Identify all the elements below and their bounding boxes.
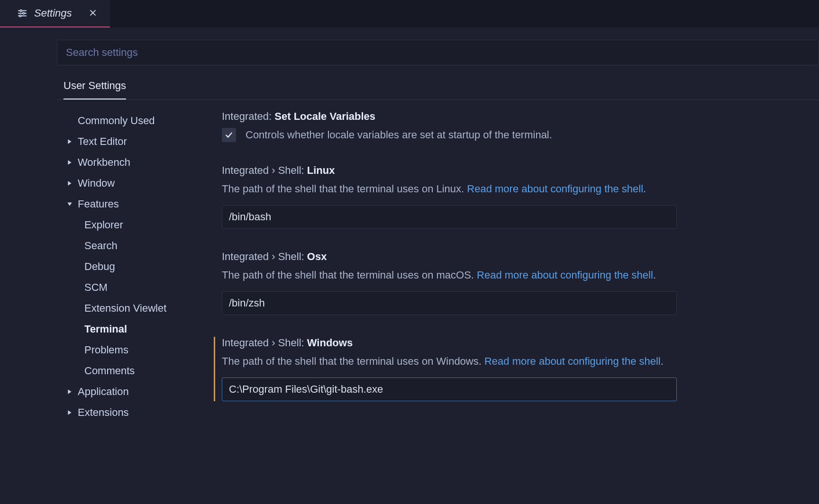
chevron-right-icon — [65, 410, 74, 415]
setting-title-name: Osx — [307, 251, 327, 262]
setting-description: The path of the shell that the terminal … — [222, 181, 815, 197]
tree-item-extensions[interactable]: Extensions — [57, 402, 218, 423]
tree-item-label: SCM — [84, 281, 108, 294]
tree-item-label: Search — [84, 240, 118, 252]
tree-item-label: Extension Viewlet — [84, 302, 166, 315]
svg-point-3 — [20, 10, 22, 12]
setting-set-locale-variables: Integrated: Set Locale Variables Control… — [218, 110, 815, 143]
setting-title-name: Linux — [307, 164, 335, 176]
link-configure-shell[interactable]: Read more about configuring the shell — [484, 355, 661, 367]
setting-title: Integrated: Set Locale Variables — [222, 110, 815, 123]
search-input[interactable] — [57, 40, 819, 65]
svg-point-5 — [19, 15, 21, 17]
chevron-down-icon — [65, 201, 74, 207]
tree-item-terminal[interactable]: Terminal — [57, 319, 218, 340]
setting-shell-linux: Integrated › Shell: Linux The path of th… — [218, 164, 815, 229]
tree-item-label: Text Editor — [78, 135, 127, 148]
tree-item-text-editor[interactable]: Text Editor — [57, 131, 218, 152]
tab-bar: Settings — [0, 0, 819, 27]
tree-item-label: Application — [78, 386, 129, 398]
tree-item-window[interactable]: Window — [57, 173, 218, 194]
setting-title-prefix: Integrated › Shell: — [222, 251, 307, 262]
setting-title-name: Set Locale Variables — [274, 110, 375, 122]
checkbox-set-locale-variables[interactable] — [222, 128, 236, 142]
tree-item-label: Problems — [84, 344, 128, 356]
tab-label: Settings — [34, 7, 72, 19]
setting-description-text: The path of the shell that the terminal … — [222, 183, 467, 195]
setting-title: Integrated › Shell: Windows — [222, 337, 815, 349]
setting-title-name: Windows — [307, 337, 353, 349]
setting-description-text: The path of the shell that the terminal … — [222, 355, 484, 367]
input-shell-windows[interactable] — [222, 378, 677, 401]
tree-item-label: Window — [78, 177, 115, 189]
tab-user-settings[interactable]: User Settings — [64, 80, 126, 99]
tree-item-scm[interactable]: SCM — [57, 277, 218, 298]
setting-title: Integrated › Shell: Osx — [222, 251, 815, 263]
tree-item-workbench[interactable]: Workbench — [57, 152, 218, 173]
tree-item-label: Explorer — [84, 219, 123, 231]
settings-tree: Commonly Used Text Editor Workbench Wind… — [0, 110, 218, 504]
settings-page: User Settings Commonly Used Text Editor … — [0, 27, 819, 504]
tree-item-label: Commonly Used — [78, 115, 155, 127]
tree-item-label: Comments — [84, 365, 135, 377]
setting-title-prefix: Integrated: — [222, 110, 274, 122]
input-shell-linux[interactable] — [222, 205, 677, 229]
chevron-right-icon — [65, 180, 74, 186]
chevron-right-icon — [65, 160, 74, 165]
tree-item-features[interactable]: Features — [57, 194, 218, 215]
setting-title-prefix: Integrated › Shell: — [222, 337, 307, 349]
tree-item-problems[interactable]: Problems — [57, 340, 218, 360]
tree-item-label: Debug — [84, 261, 115, 273]
tree-item-label: Features — [78, 198, 119, 210]
tab-settings[interactable]: Settings — [0, 0, 110, 27]
setting-description: The path of the shell that the terminal … — [222, 354, 815, 369]
setting-title-prefix: Integrated › Shell: — [222, 164, 307, 176]
setting-shell-windows: Integrated › Shell: Windows The path of … — [214, 337, 815, 401]
setting-description-text: The path of the shell that the terminal … — [222, 269, 477, 281]
scope-tabs: User Settings — [57, 80, 819, 100]
tree-item-label: Extensions — [78, 406, 129, 419]
close-icon[interactable] — [89, 9, 97, 18]
setting-title: Integrated › Shell: Linux — [222, 164, 815, 177]
tree-item-debug[interactable]: Debug — [57, 256, 218, 277]
input-shell-osx[interactable] — [222, 291, 677, 315]
tree-item-label: Workbench — [78, 156, 130, 169]
svg-point-4 — [23, 12, 25, 14]
chevron-right-icon — [65, 139, 74, 144]
setting-shell-osx: Integrated › Shell: Osx The path of the … — [218, 251, 815, 315]
period: . — [643, 183, 646, 195]
chevron-right-icon — [65, 389, 74, 395]
tree-item-search[interactable]: Search — [57, 235, 218, 256]
tree-item-extension-viewlet[interactable]: Extension Viewlet — [57, 298, 218, 319]
period: . — [653, 269, 656, 281]
period: . — [661, 355, 664, 367]
tree-item-explorer[interactable]: Explorer — [57, 215, 218, 235]
settings-icon — [17, 8, 27, 18]
link-configure-shell[interactable]: Read more about configuring the shell — [467, 183, 643, 195]
tree-item-commonly-used[interactable]: Commonly Used — [57, 110, 218, 131]
setting-description: Controls whether locale variables are se… — [246, 127, 552, 143]
settings-content: Integrated: Set Locale Variables Control… — [218, 110, 819, 504]
setting-description: The path of the shell that the terminal … — [222, 268, 815, 283]
link-configure-shell[interactable]: Read more about configuring the shell — [477, 269, 653, 281]
tree-item-application[interactable]: Application — [57, 381, 218, 402]
tree-item-comments[interactable]: Comments — [57, 360, 218, 381]
tree-item-label: Terminal — [84, 323, 127, 335]
